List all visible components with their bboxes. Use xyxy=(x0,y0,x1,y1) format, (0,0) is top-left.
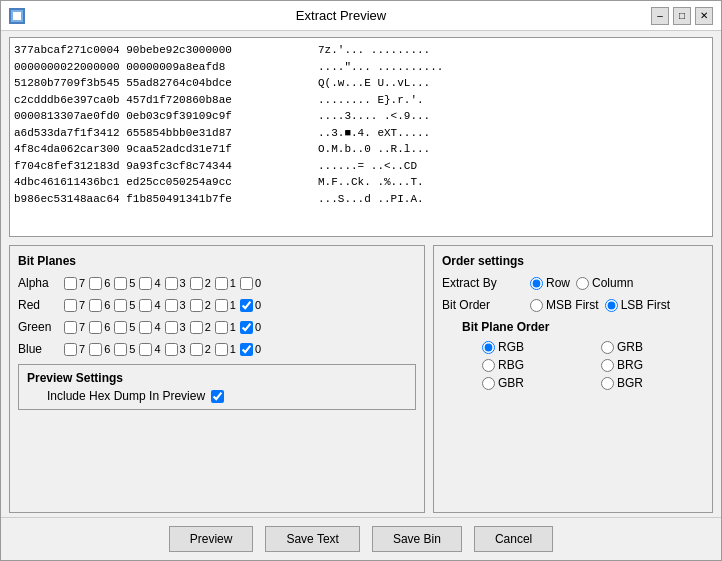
bit-checkbox-blue-3[interactable] xyxy=(165,343,178,356)
bit-checkbox-green-7[interactable] xyxy=(64,321,77,334)
bit-checkbox-green-4[interactable] xyxy=(139,321,152,334)
bit-number-blue-7: 7 xyxy=(79,343,85,355)
bit-number-alpha-3: 3 xyxy=(180,277,186,289)
preview-text: 7z.'... ......... xyxy=(318,42,430,59)
bit-number-alpha-6: 6 xyxy=(104,277,110,289)
bit-check-blue-0: 0 xyxy=(240,343,261,356)
preview-line: a6d533da7f1f3412 655854bbb0e31d87..3.■.4… xyxy=(14,125,708,142)
bit-checkbox-green-3[interactable] xyxy=(165,321,178,334)
main-panels: Bit Planes Alpha76543210Red76543210Green… xyxy=(9,245,713,513)
save-bin-button[interactable]: Save Bin xyxy=(372,526,462,552)
bit-checkbox-alpha-0[interactable] xyxy=(240,277,253,290)
minimize-button[interactable]: – xyxy=(651,7,669,25)
bit-checkbox-red-7[interactable] xyxy=(64,299,77,312)
bit-checkbox-blue-2[interactable] xyxy=(190,343,203,356)
extract-by-label: Extract By xyxy=(442,276,522,290)
bit-check-green-2: 2 xyxy=(190,321,211,334)
bit-row-alpha: Alpha76543210 xyxy=(18,276,416,290)
bit-check-alpha-4: 4 xyxy=(139,277,160,290)
bit-checkbox-red-3[interactable] xyxy=(165,299,178,312)
bit-checkbox-green-2[interactable] xyxy=(190,321,203,334)
window-title: Extract Preview xyxy=(31,8,651,23)
extract-by-row: Extract By Row Column xyxy=(442,276,704,290)
bit-check-blue-3: 3 xyxy=(165,343,186,356)
bit-checkbox-red-5[interactable] xyxy=(114,299,127,312)
bit-checkbox-alpha-2[interactable] xyxy=(190,277,203,290)
bit-checkbox-green-5[interactable] xyxy=(114,321,127,334)
bit-checkbox-red-4[interactable] xyxy=(139,299,152,312)
bit-check-alpha-7: 7 xyxy=(64,277,85,290)
bit-number-red-5: 5 xyxy=(129,299,135,311)
bit-checkbox-green-0[interactable] xyxy=(240,321,253,334)
bit-checkbox-alpha-5[interactable] xyxy=(114,277,127,290)
bit-checkbox-red-1[interactable] xyxy=(215,299,228,312)
bit-row-red: Red76543210 xyxy=(18,298,416,312)
bit-checkbox-alpha-7[interactable] xyxy=(64,277,77,290)
lsb-first-option: LSB First xyxy=(605,298,670,312)
preview-settings-box: Preview Settings Include Hex Dump In Pre… xyxy=(18,364,416,410)
bpo-radio-rgb[interactable] xyxy=(482,341,495,354)
bit-checkbox-blue-0[interactable] xyxy=(240,343,253,356)
bit-checkbox-blue-7[interactable] xyxy=(64,343,77,356)
bit-number-alpha-1: 1 xyxy=(230,277,236,289)
preview-hex: 0000813307ae0fd0 0eb03c9f39109c9f xyxy=(14,108,314,125)
include-hex-label: Include Hex Dump In Preview xyxy=(47,389,205,403)
bit-checkbox-green-6[interactable] xyxy=(89,321,102,334)
bpo-option-bgr: BGR xyxy=(601,376,704,390)
bit-check-blue-2: 2 xyxy=(190,343,211,356)
bpo-radio-gbr[interactable] xyxy=(482,377,495,390)
preview-hex: 51280b7709f3b545 55ad82764c04bdce xyxy=(14,75,314,92)
bit-checkbox-blue-4[interactable] xyxy=(139,343,152,356)
bit-checkbox-red-2[interactable] xyxy=(190,299,203,312)
msb-first-radio[interactable] xyxy=(530,299,543,312)
bit-checkbox-blue-5[interactable] xyxy=(114,343,127,356)
bit-checkbox-green-1[interactable] xyxy=(215,321,228,334)
bit-checkbox-red-6[interactable] xyxy=(89,299,102,312)
bit-checkbox-blue-1[interactable] xyxy=(215,343,228,356)
preview-text-area[interactable]: 377abcaf271c0004 90bebe92c30000007z.'...… xyxy=(9,37,713,237)
bpo-option-rgb: RGB xyxy=(482,340,585,354)
include-hex-row: Include Hex Dump In Preview xyxy=(27,389,407,403)
bit-checkbox-alpha-3[interactable] xyxy=(165,277,178,290)
bit-number-blue-3: 3 xyxy=(180,343,186,355)
bit-check-red-7: 7 xyxy=(64,299,85,312)
bit-checkbox-alpha-6[interactable] xyxy=(89,277,102,290)
bpo-label-brg: BRG xyxy=(617,358,643,372)
bit-checkbox-alpha-1[interactable] xyxy=(215,277,228,290)
bit-check-blue-7: 7 xyxy=(64,343,85,356)
bpo-label-rbg: RBG xyxy=(498,358,524,372)
preview-hex: 377abcaf271c0004 90bebe92c3000000 xyxy=(14,42,314,59)
bit-number-alpha-2: 2 xyxy=(205,277,211,289)
close-button[interactable]: ✕ xyxy=(695,7,713,25)
preview-text: ......= ..<..CD xyxy=(318,158,417,175)
bit-row-blue: Blue76543210 xyxy=(18,342,416,356)
lsb-first-label: LSB First xyxy=(621,298,670,312)
maximize-button[interactable]: □ xyxy=(673,7,691,25)
bpo-radio-rbg[interactable] xyxy=(482,359,495,372)
extract-by-row-radio[interactable] xyxy=(530,277,543,290)
extract-by-column-option: Column xyxy=(576,276,633,290)
lsb-first-radio[interactable] xyxy=(605,299,618,312)
bit-number-green-0: 0 xyxy=(255,321,261,333)
bit-check-alpha-0: 0 xyxy=(240,277,261,290)
bpo-radio-grb[interactable] xyxy=(601,341,614,354)
bit-checkbox-alpha-4[interactable] xyxy=(139,277,152,290)
bit-check-red-0: 0 xyxy=(240,299,261,312)
extract-by-column-radio[interactable] xyxy=(576,277,589,290)
bit-order-label: Bit Order xyxy=(442,298,522,312)
bit-checkbox-red-0[interactable] xyxy=(240,299,253,312)
bpo-radio-brg[interactable] xyxy=(601,359,614,372)
bpo-option-grb: GRB xyxy=(601,340,704,354)
preview-text: Q(.w...E U..vL... xyxy=(318,75,430,92)
bpo-radio-bgr[interactable] xyxy=(601,377,614,390)
bit-check-blue-1: 1 xyxy=(215,343,236,356)
cancel-button[interactable]: Cancel xyxy=(474,526,553,552)
include-hex-checkbox[interactable] xyxy=(211,390,224,403)
save-text-button[interactable]: Save Text xyxy=(265,526,359,552)
bit-checkbox-blue-6[interactable] xyxy=(89,343,102,356)
preview-hex: f704c8fef312183d 9a93fc3cf8c74344 xyxy=(14,158,314,175)
svg-rect-2 xyxy=(13,12,21,20)
bit-number-green-4: 4 xyxy=(154,321,160,333)
preview-button[interactable]: Preview xyxy=(169,526,254,552)
bit-number-blue-0: 0 xyxy=(255,343,261,355)
